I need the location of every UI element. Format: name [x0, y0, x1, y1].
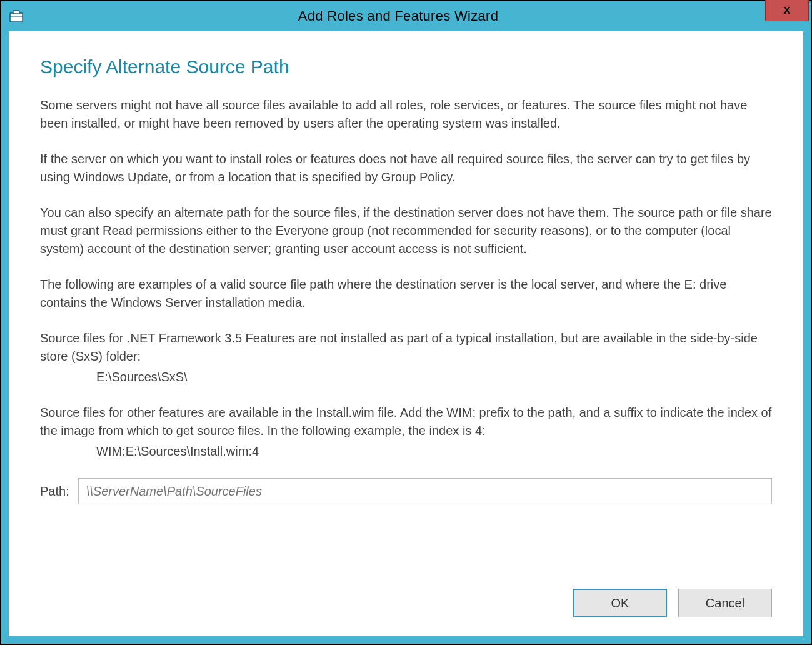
paragraph-4: The following are examples of a valid so… [40, 276, 772, 312]
close-button[interactable]: x [765, 0, 809, 21]
dialog-content: Specify Alternate Source Path Some serve… [1, 31, 811, 644]
dialog-footer: OK Cancel [40, 589, 772, 618]
cancel-button[interactable]: Cancel [678, 589, 772, 618]
paragraph-3: You can also specify an alternate path f… [40, 204, 772, 258]
window-title: Add Roles and Features Wizard [31, 8, 765, 24]
dialog-body: Some servers might not have all source f… [40, 96, 772, 565]
wizard-dialog: Add Roles and Features Wizard x Specify … [0, 0, 812, 645]
wizard-icon [1, 1, 31, 31]
paragraph-2: If the server on which you want to insta… [40, 150, 772, 186]
svg-rect-0 [10, 13, 23, 22]
svg-rect-1 [13, 11, 19, 14]
path-input[interactable] [78, 478, 772, 504]
ok-button[interactable]: OK [573, 589, 667, 618]
example-path-1: E:\Sources\SxS\ [40, 368, 772, 386]
example-path-2: WIM:E:\Sources\Install.wim:4 [40, 442, 772, 461]
path-label: Path: [40, 482, 69, 501]
path-row: Path: [40, 478, 772, 504]
paragraph-1: Some servers might not have all source f… [40, 96, 772, 132]
titlebar[interactable]: Add Roles and Features Wizard x [1, 1, 811, 31]
paragraph-6: Source files for other features are avai… [40, 404, 772, 440]
dialog-heading: Specify Alternate Source Path [40, 56, 772, 78]
close-icon: x [783, 2, 790, 17]
paragraph-5: Source files for .NET Framework 3.5 Feat… [40, 329, 772, 366]
